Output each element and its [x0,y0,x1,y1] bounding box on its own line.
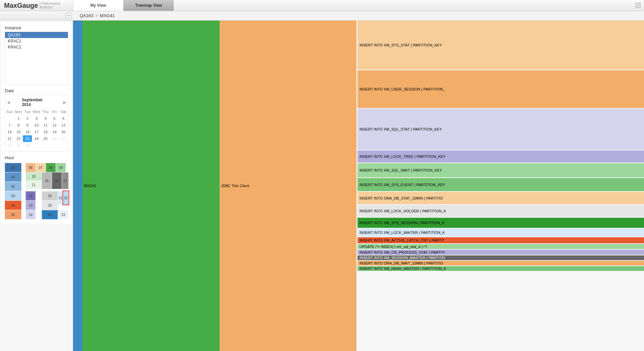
hour-cell[interactable]: 02 [5,182,22,191]
treemap-right-stack: INSERT INTO XM_SYS_STAT ( PARTITION_KEYI… [357,21,644,351]
calendar-day[interactable]: 9 [23,122,32,129]
hour-cell[interactable]: 06 [26,163,36,172]
hour-cell[interactable]: 21 [58,191,63,205]
calendar-grid: SunMonTueWedThuFriSat1234567891011121314… [5,108,68,149]
calendar-day[interactable]: 1 [14,115,23,122]
calendar-day[interactable]: 5 [50,115,59,122]
tab-my-view[interactable]: My View [73,0,123,11]
hour-cell[interactable]: 00 [5,163,22,172]
breadcrumb-root[interactable]: QA163 [80,13,93,18]
calendar-day[interactable]: 18 [41,129,50,135]
calendar-day[interactable]: 26 [50,135,59,142]
hour-cell[interactable]: 14 [26,210,36,219]
sidebar-content: Instance QA163KRAC1KRAC2 Date ◀ Septembe… [1,22,72,223]
treemap-root-stripe[interactable] [73,21,82,351]
treemap-sql-cell[interactable]: INSERT INTO XM_HASH_MASTER ( PARTITION_K [357,266,644,271]
hour-cell[interactable]: 01 [5,172,22,182]
hour-cell[interactable]: 03 [5,191,22,201]
treemap-sql-cell[interactable]: INSERT INTO XM_SYS_EVENT ( PARTITION_KEY [357,178,644,191]
calendar-day[interactable]: 3 [32,115,41,122]
breadcrumb-child[interactable]: MXG41 [100,13,115,18]
hour-cell[interactable]: 20 [42,210,58,219]
hour-cell[interactable]: 05 [5,210,22,219]
tab-treemap-view[interactable]: Treemap View [123,0,174,11]
hour-cell[interactable]: 19 [42,201,58,210]
hour-cell[interactable]: 08 [46,163,56,172]
calendar-day[interactable]: 25 [41,135,50,142]
treemap-mxg-label: MXG41 [84,184,96,188]
hour-cell[interactable]: 12 [26,191,36,201]
calendar-day[interactable]: 17 [32,129,41,135]
treemap-jdbc-cell[interactable]: JDBC Thin Client [220,21,356,351]
hour-cell[interactable]: 18 [42,191,58,201]
calendar-day[interactable]: 27 [59,135,68,142]
treemap-sql-cell[interactable]: INSERT INTO XM_SYS_SESSION ( PARTITION_K [357,218,644,228]
calendar-dow: Tue [23,108,32,115]
calendar-day[interactable]: 16 [23,129,32,135]
calendar-day[interactable]: 19 [50,129,59,135]
calendar-day[interactable]: 6 [59,115,68,122]
calendar-day[interactable]: 21 [5,135,14,142]
hour-cell[interactable]: 16 [52,172,62,189]
instance-list[interactable]: QA163KRAC1KRAC2 [5,32,68,85]
calendar-day[interactable]: 15 [14,129,23,135]
calendar-day[interactable]: 22 [14,135,23,142]
treemap-sql-cell[interactable]: INSERT INTO ORA_DB_WAIT_10MIN ( PARTITIO [357,261,644,266]
treemap-sql-cell[interactable]: INSERT INTO XM_LOCK_WAITER ( PARTITION_K [357,229,644,237]
calendar-day[interactable]: 8 [14,122,23,129]
hour-cell[interactable]: 10 [26,172,42,181]
hour-cell[interactable]: 22 [63,191,69,205]
calendar-dow: Mon [14,108,23,115]
calendar-day[interactable]: 4 [41,115,50,122]
calendar-day [50,142,59,149]
treemap-sql-cell[interactable]: INSERT INTO XM_ACTIVE_LATCH_CNT ( PARTIT [357,237,644,243]
treemap-sql-cell[interactable]: UPDATE /*+ INDEX( t xm_sql_stat_ix ) */ [357,244,644,249]
calendar-day[interactable]: 24 [32,135,41,142]
hour-cell[interactable]: 04 [5,201,22,210]
treemap-sql-cell[interactable]: INSERT INTO ORA_DB_STAT_10MIN ( PARTITIO [357,192,644,204]
calendar-day[interactable]: 12 [50,122,59,129]
hour-cell[interactable]: 13 [26,201,36,210]
treemap-mxg-cell[interactable]: MXG41 [82,21,220,351]
treemap-sql-cell[interactable]: INSERT INTO XM_SQL_WAIT ( PARTITION_KEY [357,163,644,177]
instance-item[interactable]: KRAC2 [5,44,68,50]
treemap-sql-cell[interactable]: INSERT INTO XM_SYS_STAT ( PARTITION_KEY [357,21,644,70]
hour-cell[interactable]: 15 [42,172,52,189]
logo-title: MaxGauge [4,2,38,9]
treemap: MXG41 JDBC Thin Client INSERT INTO XM_SY… [73,21,644,351]
collapse-sidebar-button[interactable]: « [66,12,72,19]
calendar-dow: Wed [32,108,41,115]
calendar-day[interactable]: 28 [5,142,14,149]
treemap-sql-cell[interactable]: INSERT INTO XM_SESSION_MASTER ( PARTITIO [357,255,644,260]
hour-cell[interactable]: 17 [62,172,69,189]
calendar-day[interactable]: 11 [41,122,50,129]
calendar-day[interactable]: 23 [23,135,32,142]
hour-cell[interactable]: 07 [36,163,46,172]
treemap-sql-cell[interactable]: INSERT INTO XM_OS_PROCESS_STAT ( PARTITI [357,250,644,255]
hour-cell[interactable]: 09 [56,163,66,172]
calendar-prev-icon[interactable]: ◀ [5,100,12,105]
calendar-day[interactable]: 29 [14,142,23,149]
breadcrumb-sep-icon: > [95,13,98,18]
hour-cell[interactable]: 23 [58,210,69,219]
calendar-day[interactable]: 30 [23,142,32,149]
treemap-sql-cell[interactable]: INSERT INTO XM_LOCK_TREE ( PARTITION_KEY [357,150,644,163]
treemap-sql-cell[interactable]: INSERT INTO XM_LOCK_HOLDER ( PARTITION_K [357,205,644,217]
calendar-next-icon[interactable]: ▶ [61,100,68,105]
calendar-day[interactable]: 2 [23,115,32,122]
grid-icon[interactable] [635,3,641,8]
treemap-sql-cell[interactable]: INSERT INTO XM_SQL_STAT ( PARTITION_KEY [357,109,644,150]
logo: MaxGauge | Performance Analyzer [0,2,73,9]
instance-item[interactable]: QA163 [5,32,68,38]
instance-item[interactable]: KRAC1 [5,38,68,44]
calendar-day[interactable]: 14 [5,129,14,135]
calendar-day[interactable]: 10 [32,122,41,129]
treemap-jdbc-label: JDBC Thin Client [221,184,249,188]
hour-label: Hour [5,155,68,160]
hour-cell[interactable]: 11 [26,181,42,189]
calendar-day[interactable]: 13 [59,122,68,129]
treemap-sql-cell[interactable]: INSERT INTO XM_USER_SESSION ( PARTITION_ [357,70,644,108]
calendar-day[interactable]: 7 [5,122,14,129]
calendar-header: ◀ September 2014 ▶ [5,96,68,108]
calendar-day[interactable]: 20 [59,129,68,135]
